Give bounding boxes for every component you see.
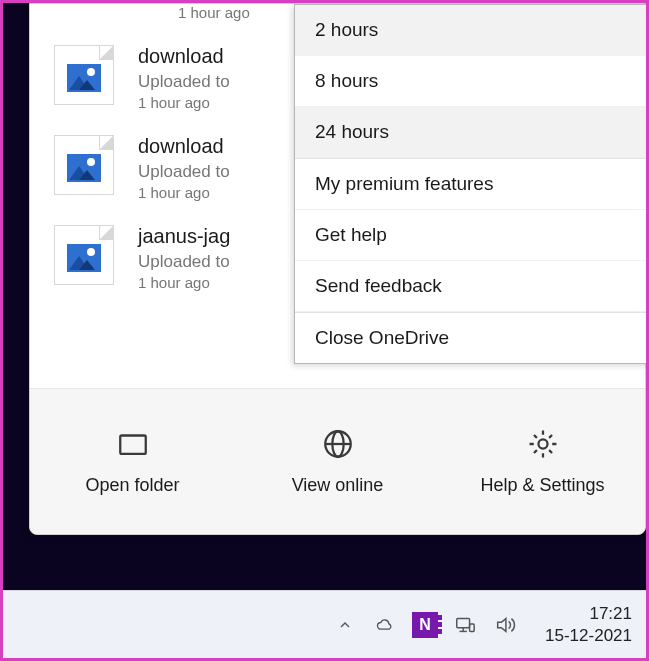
clock[interactable]: 17:21 15-12-2021 [545,603,632,646]
menu-item-2-hours[interactable]: 2 hours [295,5,649,56]
menu-item-premium-features[interactable]: My premium features [295,158,649,210]
file-name: download [138,135,230,158]
tray-overflow-icon[interactable] [331,611,359,639]
file-time: 1 hour ago [138,274,230,291]
svg-rect-8 [470,624,475,631]
svg-point-4 [538,439,547,448]
file-time: 1 hour ago [138,94,230,111]
system-tray: N 17:21 15-12-2021 [331,603,636,646]
action-bar: Open folder View online Help & Settings [30,388,645,534]
file-thumbnail-icon [54,225,114,285]
onenote-icon[interactable]: N [411,611,439,639]
gear-icon [526,427,560,461]
clock-date: 15-12-2021 [545,625,632,646]
taskbar: N 17:21 15-12-2021 [3,590,646,658]
onedrive-cloud-icon[interactable] [371,611,399,639]
volume-icon[interactable] [491,611,519,639]
menu-item-close-onedrive[interactable]: Close OneDrive [295,312,649,363]
svg-rect-0 [120,436,146,454]
file-time: 1 hour ago [178,4,250,21]
file-thumbnail-icon [54,135,114,195]
open-folder-button[interactable]: Open folder [30,389,235,534]
folder-icon [116,427,150,461]
svg-rect-5 [457,618,470,627]
network-icon[interactable] [451,611,479,639]
view-online-label: View online [292,475,384,496]
onedrive-flyout: 1 hour ago download Uploaded to 1 hour a… [29,3,646,535]
file-time: 1 hour ago [138,184,230,201]
globe-icon [321,427,355,461]
clock-time: 17:21 [545,603,632,624]
file-status: Uploaded to [138,252,230,272]
menu-item-8-hours[interactable]: 8 hours [295,56,649,107]
file-status: Uploaded to [138,162,230,182]
file-status: Uploaded to [138,72,230,92]
help-settings-button[interactable]: Help & Settings [440,389,645,534]
file-thumbnail-icon [54,45,114,105]
file-name: download [138,45,230,68]
open-folder-label: Open folder [85,475,179,496]
context-menu: 2 hours 8 hours 24 hours My premium feat… [294,4,649,364]
menu-item-24-hours[interactable]: 24 hours [295,107,649,158]
view-online-button[interactable]: View online [235,389,440,534]
menu-item-get-help[interactable]: Get help [295,210,649,261]
file-name: jaanus-jag [138,225,230,248]
help-settings-label: Help & Settings [480,475,604,496]
menu-item-send-feedback[interactable]: Send feedback [295,261,649,312]
